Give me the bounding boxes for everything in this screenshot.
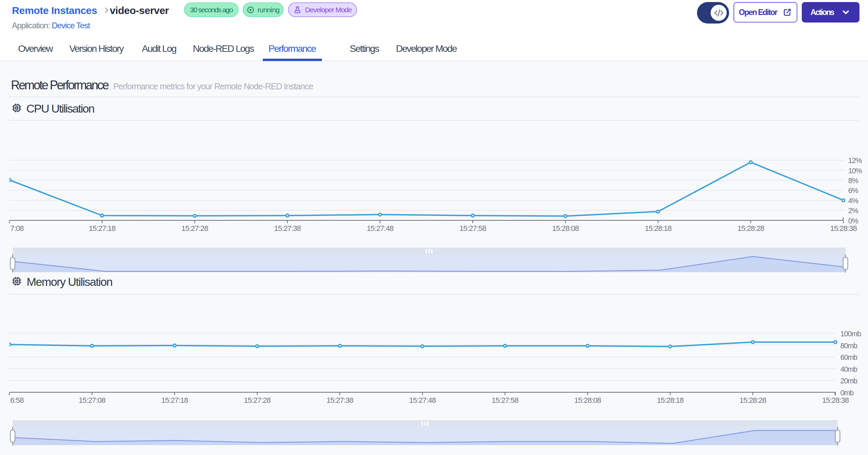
svg-text:15:28:08: 15:28:08 (552, 224, 579, 233)
svg-text:15:27:48: 15:27:48 (409, 396, 436, 405)
svg-text:60mb: 60mb (840, 353, 857, 362)
svg-text:15:28:08: 15:28:08 (574, 396, 601, 405)
svg-text:15:27:48: 15:27:48 (367, 224, 394, 233)
svg-text:0mb: 0mb (840, 389, 854, 397)
svg-text:15:28:28: 15:28:28 (737, 224, 764, 233)
svg-text:20mb: 20mb (840, 377, 857, 385)
svg-text:40mb: 40mb (840, 365, 857, 373)
svg-text:15:27:18: 15:27:18 (89, 224, 116, 233)
svg-text:0%: 0% (848, 217, 858, 225)
svg-text:100mb: 100mb (840, 330, 861, 338)
svg-text:15:28:18: 15:28:18 (645, 224, 672, 233)
svg-text:6:58: 6:58 (10, 396, 24, 405)
svg-text:8%: 8% (848, 177, 858, 185)
svg-text:10%: 10% (848, 167, 862, 175)
svg-text:15:28:18: 15:28:18 (657, 396, 684, 405)
svg-text:2%: 2% (848, 207, 858, 215)
svg-text:15:27:18: 15:27:18 (161, 396, 188, 405)
svg-text:15:27:38: 15:27:38 (274, 224, 301, 233)
svg-text:15:27:28: 15:27:28 (181, 224, 208, 233)
svg-text:15:28:38: 15:28:38 (822, 396, 849, 405)
svg-text:15:28:38: 15:28:38 (830, 224, 857, 233)
svg-text:15:27:38: 15:27:38 (326, 396, 353, 405)
svg-text:4%: 4% (848, 197, 858, 205)
svg-text:15:27:08: 15:27:08 (79, 396, 105, 405)
svg-text:15:28:28: 15:28:28 (739, 396, 766, 405)
svg-text:6%: 6% (848, 187, 858, 195)
svg-text:7:08: 7:08 (10, 224, 24, 233)
svg-text:80mb: 80mb (840, 342, 857, 350)
svg-text:12%: 12% (848, 157, 862, 165)
svg-text:15:27:58: 15:27:58 (492, 396, 518, 405)
svg-text:15:27:28: 15:27:28 (244, 396, 271, 405)
svg-text:15:27:58: 15:27:58 (459, 224, 486, 233)
